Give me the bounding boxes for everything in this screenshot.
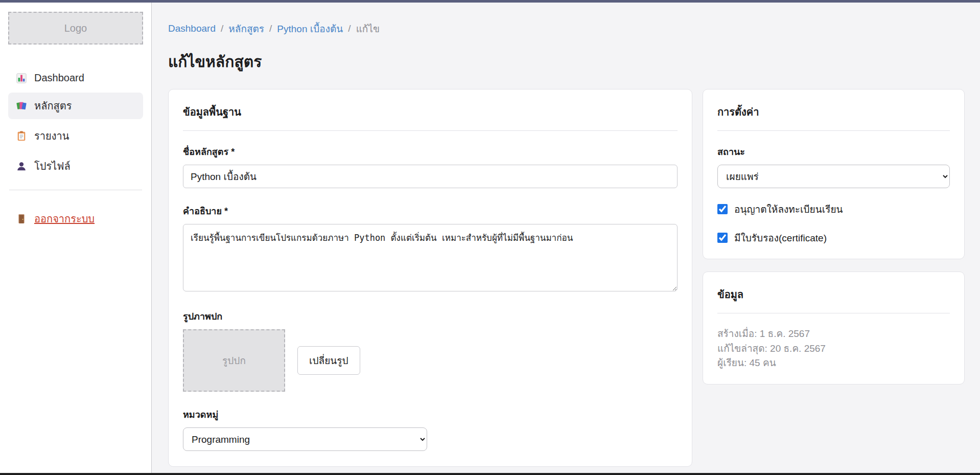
main-content: Dashboard / หลักสูตร / Python เบื้องต้น … xyxy=(152,3,980,473)
sidebar-item-reports[interactable]: รายงาน xyxy=(8,123,143,149)
sidebar-item-label: ออกจากระบบ xyxy=(34,211,95,227)
sidebar-nav: Dashboard หลักสูตร xyxy=(8,67,143,232)
logo-label: Logo xyxy=(64,22,87,34)
settings-heading: การตั้งค่า xyxy=(717,104,950,120)
logo: Logo xyxy=(8,12,143,44)
description-textarea[interactable]: เรียนรู้พื้นฐานการเขียนโปรแกรมด้วยภาษา P… xyxy=(183,224,678,291)
category-select[interactable]: Programming xyxy=(183,427,427,451)
breadcrumb-separator: / xyxy=(348,23,351,34)
basic-info-heading: ข้อมูลพื้นฐาน xyxy=(183,104,678,120)
breadcrumb-current: แก้ไข xyxy=(356,21,380,36)
info-heading: ข้อมูล xyxy=(717,286,950,303)
app-window: Logo Dashboard xyxy=(0,3,980,473)
student-count-text: ผู้เรียน: 45 คน xyxy=(717,356,950,371)
right-column: การตั้งค่า สถานะ เผยแพร่ อนุญาตให้ลงทะเบ… xyxy=(703,89,965,384)
sidebar-item-logout[interactable]: ออกจากระบบ xyxy=(8,206,143,232)
created-date-text: สร้างเมื่อ: 1 ธ.ค. 2567 xyxy=(717,327,950,342)
sidebar: Logo Dashboard xyxy=(0,3,152,473)
category-label: หมวดหมู่ xyxy=(183,407,678,422)
allow-enrollment-label: อนุญาตให้ลงทะเบียนเรียน xyxy=(734,201,843,217)
sidebar-item-label: หลักสูตร xyxy=(34,98,72,114)
category-field-group: หมวดหมู่ Programming xyxy=(183,407,678,451)
status-label: สถานะ xyxy=(717,144,950,159)
basic-info-card: ข้อมูลพื้นฐาน ชื่อหลักสูตร * คำอธิบาย * … xyxy=(168,89,692,467)
certificate-checkbox[interactable] xyxy=(717,233,728,243)
course-name-field-group: ชื่อหลักสูตร * xyxy=(183,144,678,188)
bar-chart-icon xyxy=(16,73,27,84)
sidebar-item-dashboard[interactable]: Dashboard xyxy=(8,67,143,89)
person-icon xyxy=(16,161,27,172)
card-divider xyxy=(183,130,678,131)
sidebar-item-label: รายงาน xyxy=(34,128,69,144)
card-divider xyxy=(717,130,950,131)
change-image-button[interactable]: เปลี่ยนรูป xyxy=(297,346,360,375)
course-name-label: ชื่อหลักสูตร * xyxy=(183,144,678,159)
breadcrumb-link-courses[interactable]: หลักสูตร xyxy=(228,21,264,36)
cover-image-placeholder: รูปปก xyxy=(183,329,285,392)
certificate-row: มีใบรับรอง(certificate) xyxy=(717,230,950,245)
description-field-group: คำอธิบาย * เรียนรู้พื้นฐานการเขียนโปรแกร… xyxy=(183,203,678,293)
cover-image-label: รูปภาพปก xyxy=(183,309,678,324)
info-card: ข้อมูล สร้างเมื่อ: 1 ธ.ค. 2567 แก้ไขล่าส… xyxy=(703,272,965,384)
page-title: แก้ไขหลักสูตร xyxy=(168,50,965,74)
updated-date-text: แก้ไขล่าสุด: 20 ธ.ค. 2567 xyxy=(717,342,950,356)
sidebar-item-label: โปรไฟล์ xyxy=(34,158,71,174)
course-name-input[interactable] xyxy=(183,165,678,188)
cover-image-field-group: รูปภาพปก รูปปก เปลี่ยนรูป xyxy=(183,309,678,392)
books-icon xyxy=(16,100,27,111)
allow-enrollment-row: อนุญาตให้ลงทะเบียนเรียน xyxy=(717,201,950,217)
cover-image-placeholder-text: รูปปก xyxy=(222,353,246,368)
sidebar-divider xyxy=(9,190,142,190)
breadcrumb-separator: / xyxy=(221,23,223,34)
card-divider xyxy=(717,313,950,313)
allow-enrollment-checkbox[interactable] xyxy=(717,204,728,214)
description-label: คำอธิบาย * xyxy=(183,203,678,218)
certificate-label: มีใบรับรอง(certificate) xyxy=(734,230,827,245)
breadcrumb-link-course[interactable]: Python เบื้องต้น xyxy=(277,21,343,36)
clipboard-icon xyxy=(16,130,27,142)
sidebar-item-profile[interactable]: โปรไฟล์ xyxy=(8,153,143,179)
breadcrumb: Dashboard / หลักสูตร / Python เบื้องต้น … xyxy=(168,21,965,36)
breadcrumb-separator: / xyxy=(269,23,272,34)
status-select[interactable]: เผยแพร่ xyxy=(717,165,950,188)
settings-card: การตั้งค่า สถานะ เผยแพร่ อนุญาตให้ลงทะเบ… xyxy=(703,89,965,259)
breadcrumb-link-dashboard[interactable]: Dashboard xyxy=(168,23,216,34)
sidebar-item-courses[interactable]: หลักสูตร xyxy=(8,93,143,119)
sidebar-item-label: Dashboard xyxy=(34,72,84,84)
door-icon xyxy=(16,213,27,224)
